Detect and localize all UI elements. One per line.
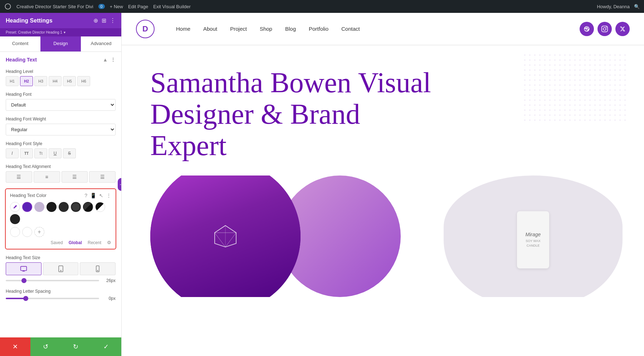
heading-font-weight-select[interactable]: Regular xyxy=(6,124,116,135)
heading-font-select[interactable]: Default xyxy=(6,99,116,111)
heading-h1-btn[interactable]: H1 xyxy=(6,76,19,86)
saved-tab[interactable]: Saved xyxy=(51,240,63,245)
sidebar-title: Heading Settings xyxy=(6,18,53,24)
align-center-btn[interactable]: ≡ xyxy=(34,171,60,183)
heading-letter-spacing-field: Heading Letter Spacing 0px xyxy=(0,286,121,304)
heading-h6-btn[interactable]: H6 xyxy=(77,76,90,86)
heading-font-weight-label: Heading Font Weight xyxy=(6,117,116,122)
tab-content[interactable]: Content xyxy=(0,36,40,51)
nav-blog[interactable]: Blog xyxy=(285,26,296,32)
sidebar-header-icons: ⊕ ⊞ ⋮ xyxy=(93,17,116,24)
wordpress-icon[interactable] xyxy=(4,3,11,10)
color-swatch-dark3[interactable] xyxy=(71,202,81,212)
color-swatch-empty1[interactable] xyxy=(10,227,20,237)
admin-edit-page-link[interactable]: Edit Page xyxy=(128,4,148,9)
section-more-icon[interactable]: ⋮ xyxy=(111,57,116,63)
align-right-btn[interactable]: ☰ xyxy=(62,171,88,183)
section-collapse-icon[interactable]: ▲ xyxy=(103,57,108,63)
color-responsive-icon[interactable]: 📱 xyxy=(90,193,96,198)
underline-btn[interactable]: U xyxy=(49,148,62,158)
heading-level-label: Heading Level xyxy=(6,69,116,74)
nav-contact[interactable]: Contact xyxy=(341,26,360,32)
admin-search-icon[interactable]: 🔍 xyxy=(634,4,640,9)
nav-links: Home About Project Shop Blog Portfolio C… xyxy=(176,26,580,32)
heading-font-style-field: Heading Font Style I TT Tt U S xyxy=(0,138,121,161)
align-left-btn[interactable]: ☰ xyxy=(6,171,32,183)
heading-font-style-label: Heading Font Style xyxy=(6,141,116,146)
nav-shop[interactable]: Shop xyxy=(260,26,272,32)
italic-btn[interactable]: I xyxy=(6,148,19,158)
color-tabs: Saved Global Recent ⚙ xyxy=(10,240,111,245)
color-swatches xyxy=(10,202,111,224)
size-mobile-btn[interactable] xyxy=(80,262,116,275)
color-swatch-empty2[interactable] xyxy=(22,227,32,237)
save-button[interactable]: ✓ xyxy=(91,337,121,356)
svg-line-7 xyxy=(225,226,236,233)
nav-project[interactable]: Project xyxy=(230,26,247,32)
align-justify-btn[interactable]: ☰ xyxy=(89,171,116,183)
comment-count[interactable]: 0 xyxy=(98,4,105,9)
sidebar-settings-icon[interactable]: ⊕ xyxy=(93,17,98,24)
add-color-btn[interactable]: + xyxy=(34,227,44,237)
color-swatch-black-half[interactable] xyxy=(95,202,105,212)
heading-h3-btn[interactable]: H3 xyxy=(34,76,47,86)
section-header-controls: ▲ ⋮ xyxy=(103,57,116,63)
heading-h2-btn[interactable]: H2 xyxy=(20,76,33,86)
color-swatch-purple[interactable] xyxy=(22,202,32,212)
dribbble-icon[interactable] xyxy=(580,22,594,36)
color-help-icon[interactable]: ? xyxy=(84,193,87,198)
site-logo[interactable]: D xyxy=(136,20,155,38)
recent-tab[interactable]: Recent xyxy=(88,240,101,245)
color-swatch-light-purple[interactable] xyxy=(34,202,44,212)
color-swatch-near-black[interactable] xyxy=(83,202,93,212)
color-pointer-icon[interactable]: ↖ xyxy=(99,193,103,198)
nav-home[interactable]: Home xyxy=(176,26,190,32)
redo-button[interactable]: ↻ xyxy=(61,337,91,356)
section-header-heading-text: Heading Text ▲ ⋮ xyxy=(0,52,121,66)
instagram-icon[interactable] xyxy=(597,22,612,36)
nav-portfolio[interactable]: Portfolio xyxy=(309,26,328,32)
preset-bar[interactable]: Preset: Creative Director Heading 1 ▾ xyxy=(0,28,121,36)
heading-font-weight-field: Heading Font Weight Regular xyxy=(0,114,121,138)
sidebar-more-icon[interactable]: ⋮ xyxy=(110,17,116,24)
size-tablet-btn[interactable] xyxy=(43,262,79,275)
letter-spacing-slider[interactable] xyxy=(6,298,99,299)
candle-subtitle: SOY WAXCANDLE xyxy=(526,239,541,248)
strikethrough-btn[interactable]: S xyxy=(63,148,76,158)
nav-about[interactable]: About xyxy=(203,26,217,32)
twitter-x-icon[interactable] xyxy=(615,22,630,36)
color-swatch-dark2[interactable] xyxy=(59,202,69,212)
admin-exit-builder-link[interactable]: Exit Visual Builder xyxy=(153,4,191,9)
svg-rect-0 xyxy=(20,266,26,271)
cancel-button[interactable]: ✕ xyxy=(0,337,30,356)
uppercase-btn[interactable]: TT xyxy=(20,148,33,158)
section-label: Heading Text xyxy=(6,57,37,63)
undo-button[interactable]: ↺ xyxy=(30,337,61,356)
admin-bar-right: Howdy, Deanna 🔍 xyxy=(597,4,640,9)
admin-bar-left: Creative Director Starter Site For Divi … xyxy=(4,3,591,10)
color-swatch-dark1[interactable] xyxy=(47,202,57,212)
admin-new-link[interactable]: + New xyxy=(110,4,123,9)
tab-advanced[interactable]: Advanced xyxy=(81,36,121,51)
color-more-icon[interactable]: ⋮ xyxy=(106,193,111,198)
heading-h5-btn[interactable]: H5 xyxy=(63,76,76,86)
heading-text-color-section: Heading Text Color ? 📱 ↖ ⋮ xyxy=(5,188,116,249)
heading-h4-btn[interactable]: H4 xyxy=(49,76,62,86)
admin-site-name[interactable]: Creative Director Starter Site For Divi xyxy=(16,4,93,9)
capitalize-btn[interactable]: Tt xyxy=(34,148,47,158)
sidebar-expand-icon[interactable]: ⊞ xyxy=(102,17,106,24)
heading-text-alignment-label: Heading Text Alignment xyxy=(6,164,116,169)
tab-design[interactable]: Design xyxy=(40,36,81,51)
resize-handle[interactable]: ↔ xyxy=(118,178,122,191)
heading-level-buttons: H1 H2 H3 H4 H5 H6 xyxy=(6,76,116,86)
global-tab[interactable]: Global xyxy=(69,240,82,245)
eyedropper-btn[interactable] xyxy=(10,202,20,212)
heading-text-size-label: Heading Text Size xyxy=(6,255,116,260)
text-size-slider[interactable] xyxy=(6,280,99,281)
svg-line-6 xyxy=(215,226,225,233)
text-size-value: 26px xyxy=(103,278,116,283)
size-desktop-btn[interactable] xyxy=(6,262,42,275)
color-settings-gear-icon[interactable]: ⚙ xyxy=(107,240,111,245)
color-swatch-darkgray[interactable] xyxy=(10,214,20,224)
diamond-icon xyxy=(211,222,240,251)
